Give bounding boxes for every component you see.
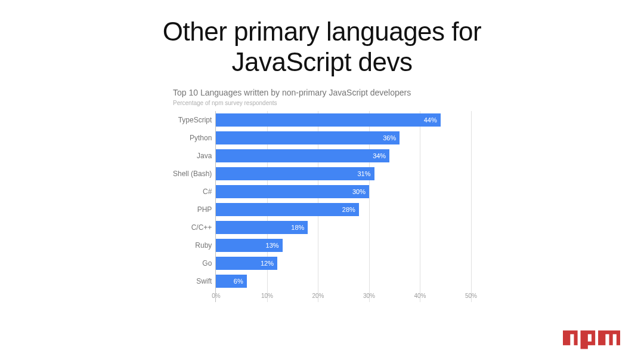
chart-bar-row: 28% (216, 201, 471, 219)
chart-title: Top 10 Languages written by non-primary … (173, 88, 471, 97)
chart-bar: 13% (216, 239, 282, 252)
chart-x-tick: 20% (312, 293, 324, 299)
chart-y-axis: TypeScriptPythonJavaShell (Bash)C#PHPC/C… (173, 111, 215, 302)
chart-bar-row: 12% (216, 254, 471, 272)
chart-plot: TypeScriptPythonJavaShell (Bash)C#PHPC/C… (173, 111, 471, 302)
npm-logo-icon (563, 328, 620, 351)
chart-bar: 18% (216, 221, 308, 234)
chart-bar: 36% (216, 131, 400, 144)
chart-category-label: TypeScript (178, 111, 212, 129)
chart-bar-value: 13% (266, 242, 283, 249)
chart-category-label: Ruby (195, 236, 212, 254)
chart-category-label: Go (202, 254, 212, 272)
chart-bar-value: 28% (342, 206, 359, 213)
chart-bar-row: 13% (216, 236, 471, 254)
chart-bar-value: 18% (291, 224, 308, 231)
npm-logo (563, 328, 620, 351)
chart-bar-row: 44% (216, 111, 471, 129)
chart-container: Top 10 Languages written by non-primary … (173, 88, 471, 302)
chart-x-tick: 50% (465, 293, 477, 299)
chart-category-label: Swift (196, 272, 212, 290)
chart-bar: 6% (216, 275, 246, 288)
chart-bar: 31% (216, 167, 374, 180)
slide-title-line1: Other primary languages for (163, 17, 481, 46)
chart-bar-row: 34% (216, 147, 471, 165)
chart-x-tick: 30% (363, 293, 375, 299)
chart-x-axis: 0%10%20%30%40%50% (216, 293, 471, 302)
chart-bar-value: 12% (261, 260, 277, 267)
chart-bar-value: 36% (383, 134, 400, 141)
chart-bar: 30% (216, 185, 369, 198)
chart-category-label: Python (190, 129, 212, 147)
slide-title-line2: JavaScript devs (231, 47, 412, 76)
chart-category-label: PHP (197, 201, 212, 219)
chart-x-tick: 10% (261, 293, 273, 299)
chart-bar-row: 18% (216, 219, 471, 236)
chart-bar-value: 31% (357, 170, 374, 177)
chart-bar-row: 36% (216, 129, 471, 147)
chart-x-tick: 0% (212, 293, 220, 299)
slide-title: Other primary languages for JavaScript d… (0, 0, 644, 82)
chart-category-label: C# (203, 183, 212, 201)
chart-bars: 44%36%34%31%30%28%18%13%12%6% (216, 111, 471, 290)
chart-subtitle: Percentage of npm survey respondents (173, 100, 471, 106)
chart-bar: 34% (216, 149, 389, 162)
chart-bar-value: 6% (234, 278, 247, 285)
chart-bar-value: 30% (352, 188, 369, 195)
chart-gridline (471, 111, 472, 302)
chart-category-label: Shell (Bash) (173, 165, 212, 183)
chart-bar: 28% (216, 203, 358, 216)
chart-bar-row: 30% (216, 183, 471, 201)
chart-bar-row: 6% (216, 272, 471, 290)
chart-bar: 44% (216, 113, 440, 127)
chart-category-label: Java (197, 147, 212, 165)
chart-bar-value: 34% (373, 152, 389, 159)
chart-bar: 12% (216, 257, 277, 270)
chart-plot-area: 44%36%34%31%30%28%18%13%12%6% 0%10%20%30… (215, 111, 471, 302)
chart-bar-value: 44% (424, 116, 441, 124)
chart-category-label: C/C++ (191, 219, 212, 236)
chart-bar-row: 31% (216, 165, 471, 183)
chart-x-tick: 40% (414, 293, 426, 299)
